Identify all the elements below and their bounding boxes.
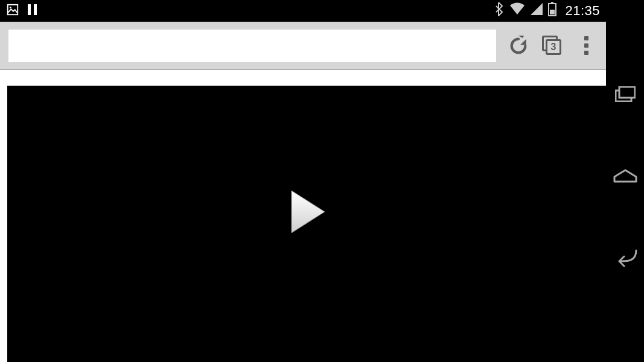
svg-rect-10 <box>619 87 635 98</box>
pause-icon <box>27 3 39 19</box>
svg-point-1 <box>10 7 11 8</box>
video-player <box>7 86 606 362</box>
tabs-button[interactable]: 3 <box>541 34 564 57</box>
svg-rect-3 <box>34 4 37 15</box>
status-bar: 21:35 <box>0 0 606 22</box>
cell-signal-icon <box>530 2 543 19</box>
tabs-count: 3 <box>551 42 556 52</box>
play-button[interactable] <box>285 188 328 238</box>
page-content <box>0 70 606 362</box>
menu-button[interactable] <box>575 34 598 57</box>
url-input[interactable] <box>8 30 496 62</box>
bluetooth-icon <box>494 2 505 20</box>
battery-icon <box>548 2 556 20</box>
svg-rect-0 <box>8 5 18 15</box>
clock-time: 21:35 <box>565 3 600 19</box>
svg-marker-7 <box>520 39 526 45</box>
svg-marker-8 <box>292 191 325 233</box>
picture-icon <box>6 3 19 19</box>
home-button[interactable] <box>613 168 637 185</box>
wifi-icon <box>509 2 525 19</box>
browser-toolbar: 3 <box>0 22 606 70</box>
recent-apps-button[interactable] <box>615 86 636 104</box>
svg-rect-2 <box>28 4 31 15</box>
svg-rect-6 <box>550 10 555 14</box>
android-nav-bar <box>606 0 644 362</box>
back-button[interactable] <box>613 249 637 270</box>
refresh-button[interactable] <box>507 34 530 57</box>
